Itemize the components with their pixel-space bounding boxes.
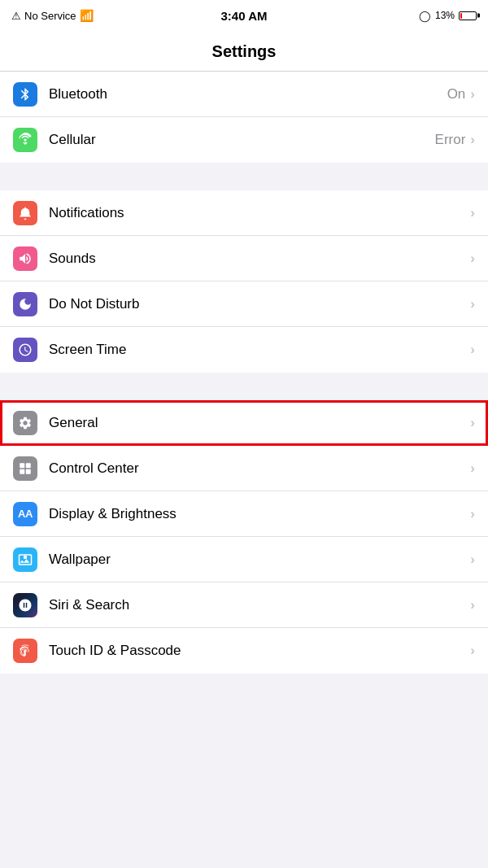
wallpaper-icon-bg xyxy=(13,547,37,572)
display-icon-bg: AA xyxy=(13,502,37,526)
control-icon-bg xyxy=(13,456,37,481)
touchid-label: Touch ID & Passcode xyxy=(49,643,470,659)
svg-rect-3 xyxy=(20,469,24,473)
display-chevron: › xyxy=(470,506,475,522)
sounds-icon xyxy=(18,251,33,266)
dnd-label: Do Not Disturb xyxy=(49,296,470,312)
cellular-chevron: › xyxy=(470,132,475,148)
row-bluetooth[interactable]: Bluetooth On › xyxy=(0,72,488,117)
screentime-label: Screen Time xyxy=(49,342,470,358)
warning-icon: ⚠ xyxy=(11,10,21,22)
control-icon xyxy=(18,461,33,476)
screentime-icon xyxy=(18,342,33,357)
section-system1: Notifications › Sounds › Do Not Disturb … xyxy=(0,190,488,373)
siri-icon-bg xyxy=(13,593,37,617)
cellular-icon xyxy=(18,133,33,147)
row-control[interactable]: Control Center › xyxy=(0,446,488,491)
bluetooth-icon xyxy=(18,87,33,102)
battery-icon xyxy=(459,11,477,20)
page-title: Settings xyxy=(212,42,277,60)
no-service-label: No Service xyxy=(24,10,76,22)
general-icon xyxy=(18,416,33,430)
sounds-icon-bg xyxy=(13,246,37,271)
spacer-1 xyxy=(0,163,488,190)
row-siri[interactable]: Siri & Search › xyxy=(0,582,488,628)
wallpaper-chevron: › xyxy=(470,552,475,568)
svg-rect-4 xyxy=(26,469,31,473)
wallpaper-label: Wallpaper xyxy=(49,552,470,568)
row-cellular[interactable]: Cellular Error › xyxy=(0,117,488,163)
display-label: Display & Brightness xyxy=(49,506,470,522)
screentime-chevron: › xyxy=(470,342,475,358)
control-label: Control Center xyxy=(49,460,470,477)
svg-rect-1 xyxy=(20,463,24,468)
notifications-icon-bg xyxy=(13,201,37,225)
row-touchid[interactable]: Touch ID & Passcode › xyxy=(0,628,488,674)
wallpaper-icon xyxy=(18,552,33,567)
dnd-icon-bg xyxy=(13,292,37,316)
page-header: Settings xyxy=(0,31,488,72)
general-icon-bg xyxy=(13,411,37,435)
control-chevron: › xyxy=(470,460,475,477)
row-sounds[interactable]: Sounds › xyxy=(0,236,488,281)
row-wallpaper[interactable]: Wallpaper › xyxy=(0,537,488,582)
row-notifications[interactable]: Notifications › xyxy=(0,190,488,236)
cellular-value: Error xyxy=(435,132,466,148)
touchid-icon-bg xyxy=(13,639,37,663)
cellular-label: Cellular xyxy=(49,132,435,148)
notifications-icon xyxy=(18,206,33,220)
general-chevron: › xyxy=(470,415,475,431)
svg-point-5 xyxy=(24,555,28,559)
sounds-label: Sounds xyxy=(49,251,470,267)
section-connectivity: Bluetooth On › Cellular Error › xyxy=(0,72,488,163)
bluetooth-icon-bg xyxy=(13,82,37,107)
touchid-icon xyxy=(18,643,33,658)
row-general[interactable]: General › xyxy=(0,400,488,446)
status-time: 3:40 AM xyxy=(221,9,268,23)
row-display[interactable]: AA Display & Brightness › xyxy=(0,491,488,537)
bluetooth-value: On xyxy=(447,86,466,103)
siri-label: Siri & Search xyxy=(49,597,470,613)
screentime-icon-bg xyxy=(13,338,37,362)
battery-icon-container xyxy=(459,11,477,20)
notifications-chevron: › xyxy=(470,205,475,221)
dnd-chevron: › xyxy=(470,296,475,312)
battery-percent: 13% xyxy=(435,10,455,21)
battery-fill xyxy=(460,13,462,19)
bluetooth-chevron: › xyxy=(470,86,475,103)
status-right: ◯ 13% xyxy=(419,10,477,22)
svg-rect-2 xyxy=(26,463,31,468)
dnd-icon xyxy=(18,297,33,312)
row-screentime[interactable]: Screen Time › xyxy=(0,327,488,373)
cellular-icon-bg xyxy=(13,128,37,152)
spacer-2 xyxy=(0,373,488,400)
row-dnd[interactable]: Do Not Disturb › xyxy=(0,281,488,327)
siri-icon xyxy=(18,598,33,613)
display-icon: AA xyxy=(18,508,33,520)
wifi-icon: 📶 xyxy=(80,9,94,22)
section-system2: General › Control Center › AA Display & … xyxy=(0,400,488,674)
location-icon: ◯ xyxy=(419,10,431,22)
sounds-chevron: › xyxy=(470,251,475,267)
status-left: ⚠ No Service 📶 xyxy=(11,9,94,22)
bluetooth-label: Bluetooth xyxy=(49,86,447,103)
siri-chevron: › xyxy=(470,597,475,613)
general-label: General xyxy=(49,415,470,431)
status-bar: ⚠ No Service 📶 3:40 AM ◯ 13% xyxy=(0,0,488,31)
touchid-chevron: › xyxy=(470,643,475,659)
notifications-label: Notifications xyxy=(49,205,470,221)
